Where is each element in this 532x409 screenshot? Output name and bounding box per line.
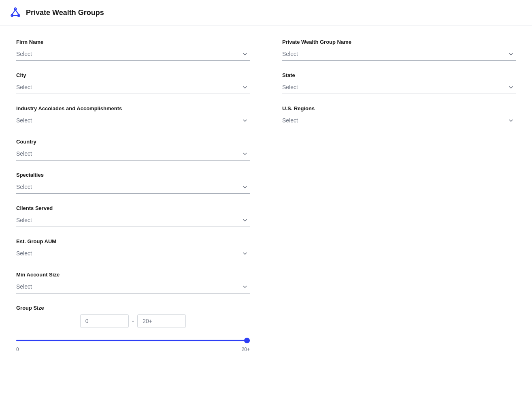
page-title: Private Wealth Groups bbox=[26, 9, 104, 17]
range-max-input[interactable] bbox=[137, 314, 186, 328]
group-size-label: Group Size bbox=[16, 305, 250, 311]
industry-accolades-select-wrapper: Select bbox=[16, 115, 250, 127]
state-field: State Select bbox=[282, 72, 516, 94]
clients-served-select-wrapper: Select bbox=[16, 214, 250, 227]
est-group-aum-label: Est. Group AUM bbox=[16, 238, 250, 244]
industry-accolades-label: Industry Accolades and Accomplishments bbox=[16, 105, 250, 111]
group-size-slider[interactable] bbox=[16, 340, 250, 341]
est-group-aum-select-wrapper: Select bbox=[16, 248, 250, 260]
country-select-wrapper: Select bbox=[16, 148, 250, 161]
est-group-aum-select[interactable]: Select bbox=[16, 248, 250, 260]
specialties-field: Specialties Select bbox=[16, 172, 250, 194]
range-min-input[interactable] bbox=[80, 314, 129, 328]
country-label: Country bbox=[16, 139, 250, 145]
us-regions-label: U.S. Regions bbox=[282, 105, 516, 111]
city-select-wrapper: Select bbox=[16, 81, 250, 94]
private-wealth-group-name-field: Private Wealth Group Name Select bbox=[282, 39, 516, 61]
app-header: Private Wealth Groups bbox=[0, 0, 532, 26]
private-wealth-group-name-select-wrapper: Select bbox=[282, 48, 516, 61]
city-field: City Select bbox=[16, 72, 250, 94]
us-regions-select-wrapper: Select bbox=[282, 115, 516, 127]
country-field: Country Select bbox=[16, 139, 250, 161]
min-account-size-field: Min Account Size Select bbox=[16, 272, 250, 293]
est-group-aum-field: Est. Group AUM Select bbox=[16, 238, 250, 260]
range-separator: - bbox=[132, 317, 134, 325]
industry-accolades-select[interactable]: Select bbox=[16, 115, 250, 127]
specialties-select-wrapper: Select bbox=[16, 181, 250, 194]
right-column-spacer5 bbox=[282, 272, 516, 305]
main-content: Firm Name Select Private Wealth Group Na… bbox=[0, 26, 532, 377]
state-select[interactable]: Select bbox=[282, 81, 516, 94]
right-column-spacer bbox=[282, 139, 516, 172]
form-grid: Firm Name Select Private Wealth Group Na… bbox=[16, 39, 516, 364]
right-column-spacer2 bbox=[282, 172, 516, 205]
range-inputs-container: - bbox=[16, 314, 250, 328]
right-column-spacer4 bbox=[282, 238, 516, 272]
svg-line-3 bbox=[12, 10, 15, 15]
us-regions-field: U.S. Regions Select bbox=[282, 105, 516, 127]
right-column-spacer6 bbox=[282, 305, 516, 364]
range-labels: 0 20+ bbox=[16, 347, 250, 352]
country-select[interactable]: Select bbox=[16, 148, 250, 161]
right-column-spacer3 bbox=[282, 205, 516, 238]
industry-accolades-field: Industry Accolades and Accomplishments S… bbox=[16, 105, 250, 127]
min-account-size-label: Min Account Size bbox=[16, 272, 250, 278]
range-slider-container bbox=[16, 334, 250, 344]
city-label: City bbox=[16, 72, 250, 78]
firm-name-field: Firm Name Select bbox=[16, 39, 250, 61]
specialties-label: Specialties bbox=[16, 172, 250, 178]
range-min-label: 0 bbox=[16, 347, 19, 352]
clients-served-field: Clients Served Select bbox=[16, 205, 250, 227]
city-select[interactable]: Select bbox=[16, 81, 250, 94]
specialties-select[interactable]: Select bbox=[16, 181, 250, 194]
state-select-wrapper: Select bbox=[282, 81, 516, 94]
range-max-label: 20+ bbox=[242, 347, 250, 352]
min-account-size-select[interactable]: Select bbox=[16, 281, 250, 293]
network-icon bbox=[10, 6, 21, 19]
svg-line-4 bbox=[15, 10, 19, 15]
firm-name-select-wrapper: Select bbox=[16, 48, 250, 61]
min-account-size-select-wrapper: Select bbox=[16, 281, 250, 293]
clients-served-select[interactable]: Select bbox=[16, 214, 250, 227]
private-wealth-group-name-select[interactable]: Select bbox=[282, 48, 516, 61]
private-wealth-group-name-label: Private Wealth Group Name bbox=[282, 39, 516, 45]
state-label: State bbox=[282, 72, 516, 78]
firm-name-select[interactable]: Select bbox=[16, 48, 250, 61]
us-regions-select[interactable]: Select bbox=[282, 115, 516, 127]
firm-name-label: Firm Name bbox=[16, 39, 250, 45]
clients-served-label: Clients Served bbox=[16, 205, 250, 211]
group-size-field: Group Size - 0 20+ bbox=[16, 305, 250, 352]
